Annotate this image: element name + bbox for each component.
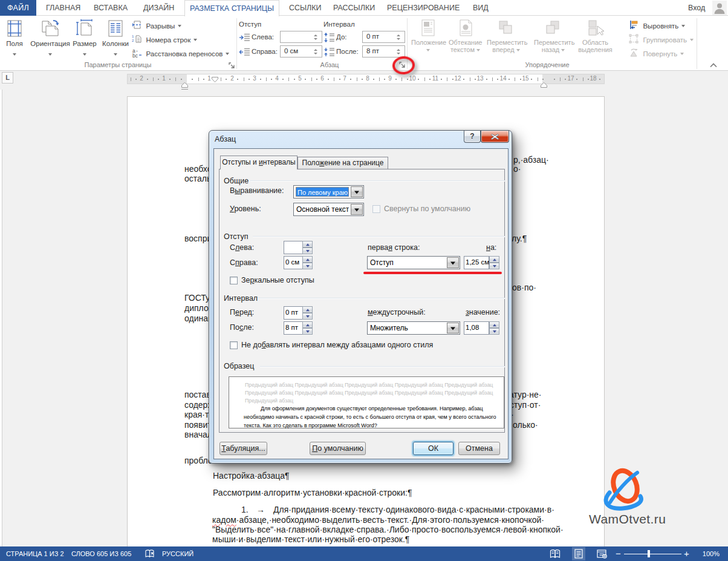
tab-рецензирование[interactable]: РЕЦЕНЗИРОВАНИЕ: [387, 0, 460, 16]
spin-arrows[interactable]: [397, 46, 402, 57]
spacing-before-spinner[interactable]: 0 пт: [284, 306, 313, 320]
tab-stop-selector[interactable]: L: [2, 72, 13, 84]
ribbon-button-group[interactable]: Группировать: [629, 34, 694, 47]
spin-down-icon[interactable]: [314, 53, 317, 54]
zoom-slider-thumb[interactable]: [648, 550, 650, 557]
ribbon-button-orientation[interactable]: Ориентация: [30, 18, 70, 59]
spin-down[interactable]: [302, 328, 313, 335]
page-setup-dialog-launcher[interactable]: [228, 61, 236, 69]
sign-in-link[interactable]: Вход: [688, 0, 705, 16]
spin-arrows[interactable]: [397, 31, 402, 42]
dialog-help-button[interactable]: ?: [464, 131, 481, 143]
spin-up[interactable]: [489, 256, 499, 263]
tab-вид[interactable]: ВИД: [473, 0, 489, 16]
page-indicator[interactable]: СТРАНИЦА 1 ИЗ 2: [6, 546, 64, 561]
alignment-combobox[interactable]: По левому краю: [293, 185, 364, 198]
at-spinner[interactable]: 1,08: [464, 321, 499, 335]
spin-down[interactable]: [489, 263, 499, 269]
first-line-combo-arrow[interactable]: [447, 257, 459, 268]
ribbon-button-hyphenation[interactable]: a-bc Расстановка переносов: [132, 48, 229, 61]
indent-left-spinner[interactable]: [284, 241, 313, 254]
print-layout-button[interactable]: [572, 547, 585, 560]
line-spacing-combo-arrow[interactable]: [447, 323, 459, 333]
ribbon-button-breaks[interactable]: Разрывы: [132, 20, 181, 33]
tab-ссылки[interactable]: ССЫЛКИ: [289, 0, 322, 16]
spin-up[interactable]: [302, 256, 313, 263]
tab-разметка-страницы[interactable]: РАЗМЕТКА СТРАНИЦЫ: [184, 0, 279, 16]
spin-up[interactable]: [302, 306, 313, 313]
spin-down-icon[interactable]: [397, 38, 400, 40]
proofing-status-icon[interactable]: [143, 547, 157, 560]
spin-arrows[interactable]: [314, 31, 319, 42]
position-icon: [411, 18, 444, 38]
spin-down-icon[interactable]: [397, 53, 400, 54]
by-spinner[interactable]: 1,25 см: [464, 256, 499, 269]
ribbon-button-columns[interactable]: Колонки: [100, 18, 131, 59]
language-indicator[interactable]: РУССКИЙ: [162, 546, 193, 561]
ribbon-button-selection-pane[interactable]: Область выделения: [577, 18, 613, 53]
word-count[interactable]: СЛОВО 605 ИЗ 605: [71, 546, 131, 561]
tab-дизайн[interactable]: ДИЗАЙН: [143, 0, 174, 16]
mirror-indents-checkbox[interactable]: [230, 277, 238, 284]
ribbon-button-size[interactable]: Размер: [71, 18, 99, 59]
horizontal-ruler[interactable]: 211234567891011121314151718: [127, 74, 605, 84]
spin-field[interactable]: [284, 241, 303, 254]
spacing-before-input[interactable]: 0 пт: [362, 31, 405, 43]
first-line-indent-marker[interactable]: [212, 74, 218, 85]
outline-level-combobox[interactable]: Основной текст: [293, 203, 364, 216]
dialog-tab-line-page-breaks[interactable]: Положение на странице: [297, 157, 388, 169]
spin-down[interactable]: [302, 263, 313, 269]
spin-up[interactable]: [302, 321, 313, 328]
spin-up[interactable]: [302, 241, 313, 248]
spacing-after-spinner[interactable]: 8 пт: [284, 321, 313, 335]
spin-arrows[interactable]: [314, 46, 319, 57]
spin-up-icon[interactable]: [314, 49, 317, 51]
alignment-combo-arrow[interactable]: [351, 186, 363, 197]
dialog-close-button[interactable]: [481, 131, 509, 143]
first-line-combobox[interactable]: Отступ: [367, 256, 460, 269]
tab-file[interactable]: ФАЙЛ: [0, 0, 36, 16]
spin-down[interactable]: [489, 328, 499, 335]
tab-рассылки[interactable]: РАССЫЛКИ: [333, 0, 375, 16]
no-space-same-style-checkbox[interactable]: [230, 341, 238, 349]
spin-down-icon[interactable]: [314, 38, 317, 40]
ribbon-button-bring-forward[interactable]: Переместить вперед: [487, 18, 525, 53]
collapse-ribbon-icon[interactable]: [709, 62, 718, 69]
label-text: После:: [230, 323, 254, 332]
tab-вставка[interactable]: ВСТАВКА: [94, 0, 128, 16]
ribbon-button-line-numbers[interactable]: 12 Номера строк: [132, 34, 197, 47]
spin-down[interactable]: [302, 313, 313, 320]
spin-up[interactable]: [489, 321, 499, 328]
spin-up-icon[interactable]: [397, 34, 400, 36]
ok-button[interactable]: ОК: [413, 442, 453, 455]
zoom-in-button[interactable]: +: [684, 546, 689, 561]
tabs-button[interactable]: Табуляция...: [219, 442, 267, 455]
web-layout-button[interactable]: [595, 547, 608, 560]
right-indent-marker[interactable]: [541, 79, 547, 90]
spacing-after-input[interactable]: 8 пт: [362, 45, 405, 57]
indent-right-input[interactable]: 0 см: [280, 45, 322, 57]
ribbon-button-margins[interactable]: Поля: [1, 18, 28, 59]
ribbon-button-rotate[interactable]: Повернуть: [629, 48, 684, 61]
spin-up-icon[interactable]: [397, 49, 400, 51]
zoom-slider-track[interactable]: [624, 554, 681, 554]
outline-level-combo-arrow[interactable]: [351, 204, 363, 215]
spin-up-icon[interactable]: [314, 34, 317, 36]
zoom-out-button[interactable]: −: [616, 546, 621, 561]
spin-down[interactable]: [302, 248, 313, 254]
indent-right-spinner[interactable]: 0 см: [284, 256, 313, 269]
ribbon-button-send-backward[interactable]: Переместить назад: [534, 18, 573, 53]
dialog-tab-indents-spacing[interactable]: Отступы и интервалы: [220, 156, 297, 169]
ribbon-button-align[interactable]: Выровнять: [629, 20, 685, 33]
avatar[interactable]: [712, 1, 727, 15]
indent-left-input[interactable]: [280, 31, 322, 43]
ribbon-button-wrap-text[interactable]: Обтекание текстом: [449, 18, 482, 53]
cancel-button[interactable]: Отмена: [458, 442, 500, 455]
line-spacing-combobox[interactable]: Множитель: [367, 321, 460, 335]
ribbon-button-position[interactable]: Положение: [411, 18, 444, 53]
zoom-level[interactable]: 100%: [695, 546, 720, 561]
svg-text:1: 1: [132, 34, 134, 38]
read-mode-button[interactable]: [548, 547, 562, 560]
set-as-default-button[interactable]: По умолчанию: [310, 442, 366, 455]
tab-главная[interactable]: ГЛАВНАЯ: [46, 0, 80, 16]
